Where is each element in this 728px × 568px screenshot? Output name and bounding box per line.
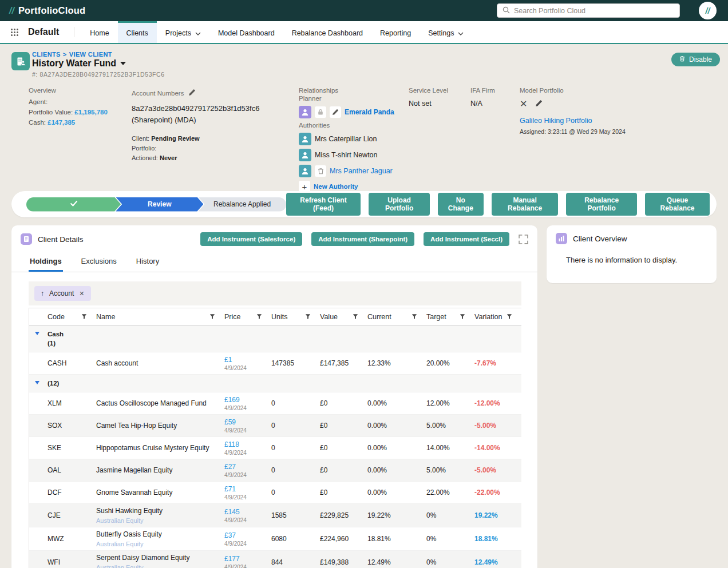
- expand-icon[interactable]: [519, 235, 528, 244]
- queue-rebalance-button[interactable]: Queue Rebalance: [645, 193, 710, 216]
- service-level-section: Service Level Not set: [409, 87, 448, 108]
- remove-model-x-icon[interactable]: ✕: [520, 100, 527, 109]
- ifa-firm-section: IFA Firm N/A: [470, 87, 495, 108]
- column-header-current[interactable]: Current: [367, 313, 426, 321]
- holding-name: Serpent Daisy Diamond EquityAustralian E…: [96, 554, 224, 568]
- global-search[interactable]: [497, 3, 680, 18]
- filter-funnel-icon[interactable]: [412, 313, 417, 320]
- holding-row-wfi[interactable]: WFISerpent Daisy Diamond EquityAustralia…: [29, 551, 521, 568]
- app-launcher-waffle-icon[interactable]: [10, 28, 19, 37]
- sort-chip-account[interactable]: ↑ Account ✕: [34, 286, 91, 301]
- nav-tab-label: Settings: [428, 29, 454, 37]
- price-link[interactable]: £118: [224, 440, 239, 448]
- nav-tab-home[interactable]: Home: [81, 21, 117, 43]
- holding-row-ske[interactable]: SKEHippopotamus Cruise Mystery Equity£11…: [29, 437, 521, 459]
- tab-exclusions[interactable]: Exclusions: [80, 253, 118, 272]
- app-nav-bar: Default HomeClientsProjectsModel Dashboa…: [0, 21, 728, 44]
- app-name: Default: [28, 27, 74, 37]
- tab-holdings[interactable]: Holdings: [29, 253, 63, 272]
- column-header-price[interactable]: Price: [224, 313, 271, 321]
- add-instrument-salesforce-button[interactable]: Add Instrument (Salesforce): [200, 232, 302, 246]
- client-details-tabs: HoldingsExclusionsHistory: [11, 251, 537, 272]
- rebalance-portfolio-button[interactable]: Rebalance Portfolio: [566, 193, 637, 216]
- add-instrument-seccl-button[interactable]: Add Instrument (Seccl): [424, 232, 509, 246]
- holding-row-oal[interactable]: OALJasmine Magellan Equity£274/9/20240£0…: [29, 459, 521, 482]
- model-portfolio-link[interactable]: Galileo Hiking Portfolio: [520, 117, 592, 125]
- nav-tab-projects[interactable]: Projects: [157, 21, 209, 43]
- filter-funnel-icon[interactable]: [209, 313, 215, 320]
- refresh-client-feed-button[interactable]: Refresh Client (Feed): [286, 193, 361, 216]
- price-link[interactable]: £169: [224, 396, 240, 404]
- edit-pencil-icon[interactable]: [535, 99, 543, 109]
- collapse-caret-icon[interactable]: [35, 332, 39, 335]
- title-dropdown-caret-icon[interactable]: [120, 62, 126, 65]
- manual-rebalance-button[interactable]: Manual Rebalance: [492, 193, 559, 216]
- authorities-list: Mrs Caterpillar LionMiss T-shirt NewtonM…: [299, 133, 394, 177]
- edit-pencil-icon[interactable]: [330, 106, 341, 118]
- holding-code: DCF: [48, 488, 96, 496]
- holding-row-cje[interactable]: CJESushi Hawking EquityAustralian Equity…: [29, 504, 521, 527]
- holding-value: £224,960: [320, 535, 367, 543]
- no-change-button[interactable]: No Change: [438, 193, 484, 216]
- new-authority-link[interactable]: New Authority: [314, 183, 358, 190]
- holding-row-sox[interactable]: SOXCamel Tea Hip-Hop Equity£594/9/20240£…: [29, 415, 521, 437]
- holding-units: 6080: [271, 535, 320, 543]
- holding-current-pct: 0.00%: [367, 444, 426, 452]
- price-link[interactable]: £71: [224, 485, 236, 493]
- upload-portfolio-button[interactable]: Upload Portfolio: [369, 193, 430, 216]
- breadcrumb-view-client-link[interactable]: VIEW CLIENT: [69, 51, 112, 58]
- price-link[interactable]: £37: [224, 531, 236, 539]
- holding-current-pct: 0.00%: [367, 466, 426, 474]
- column-header-units[interactable]: Units: [271, 313, 320, 321]
- step-rebalance-applied[interactable]: Rebalance Applied: [198, 197, 286, 212]
- nav-tab-reporting[interactable]: Reporting: [371, 21, 420, 43]
- filter-funnel-icon[interactable]: [256, 313, 262, 320]
- authority-name[interactable]: Mrs Panther Jaguar: [330, 167, 393, 175]
- holding-row-mwz[interactable]: MWZButterfly Oasis EquityAustralian Equi…: [29, 527, 521, 551]
- add-instrument-sharepoint-button[interactable]: Add Instrument (Sharepoint): [311, 232, 414, 246]
- holding-name: Cactus Oscilloscope Managed Fund: [96, 399, 224, 407]
- price-link[interactable]: £27: [224, 463, 236, 471]
- user-avatar[interactable]: //: [699, 2, 717, 19]
- edit-pencil-icon[interactable]: [188, 88, 196, 98]
- actioned-line: Actioned: Never: [132, 153, 287, 163]
- price-link[interactable]: £177: [224, 555, 240, 563]
- filter-funnel-icon[interactable]: [81, 313, 87, 320]
- holding-current-pct: 19.22%: [367, 511, 426, 519]
- holding-row-dcf[interactable]: DCFGnome Savannah Equity£714/9/20240£00.…: [29, 482, 521, 504]
- disable-button[interactable]: Disable: [671, 53, 720, 66]
- price-link[interactable]: £145: [224, 508, 240, 516]
- tab-history[interactable]: History: [135, 253, 160, 272]
- collapse-caret-icon[interactable]: [35, 381, 39, 384]
- column-header-variation[interactable]: Variation: [474, 313, 521, 321]
- nav-tab-rebalance-dashboard[interactable]: Rebalance Dashboard: [283, 21, 371, 43]
- column-header-target[interactable]: Target: [426, 313, 474, 321]
- holding-row-cash[interactable]: CASHCash account£14/9/2024147385£147,385…: [29, 352, 521, 375]
- planner-name-link[interactable]: Emerald Panda: [345, 108, 394, 116]
- step-complete[interactable]: [26, 197, 121, 212]
- planner-row: Emerald Panda: [299, 106, 394, 118]
- breadcrumb-clients-link[interactable]: CLIENTS: [32, 51, 61, 58]
- step-review[interactable]: Review: [116, 197, 203, 212]
- filter-funnel-icon[interactable]: [507, 313, 512, 320]
- filter-funnel-icon[interactable]: [460, 313, 465, 320]
- nav-tab-model-dashboard[interactable]: Model Dashboard: [209, 21, 283, 43]
- nav-tab-settings[interactable]: Settings: [420, 21, 472, 43]
- new-authority-row[interactable]: + New Authority: [299, 181, 394, 192]
- column-header-code[interactable]: Code: [48, 313, 96, 321]
- price-link[interactable]: £59: [224, 418, 236, 426]
- client-name: History Water Fund: [32, 58, 116, 69]
- column-header-name[interactable]: Name: [96, 313, 224, 321]
- price-link[interactable]: £1: [224, 356, 232, 364]
- nav-tab-clients[interactable]: Clients: [118, 21, 157, 43]
- search-input[interactable]: [514, 7, 674, 15]
- holding-price: £1694/9/2024: [224, 396, 271, 411]
- holding-current-pct: 0.00%: [367, 399, 426, 407]
- chip-remove-icon[interactable]: ✕: [79, 290, 84, 297]
- column-header-value[interactable]: Value: [320, 313, 367, 321]
- filter-funnel-icon[interactable]: [353, 313, 358, 320]
- filter-funnel-icon[interactable]: [305, 313, 311, 320]
- sort-ascending-icon[interactable]: ↑: [41, 289, 44, 297]
- trash-icon[interactable]: [315, 165, 326, 177]
- holding-row-xlm[interactable]: XLMCactus Oscilloscope Managed Fund£1694…: [29, 392, 521, 415]
